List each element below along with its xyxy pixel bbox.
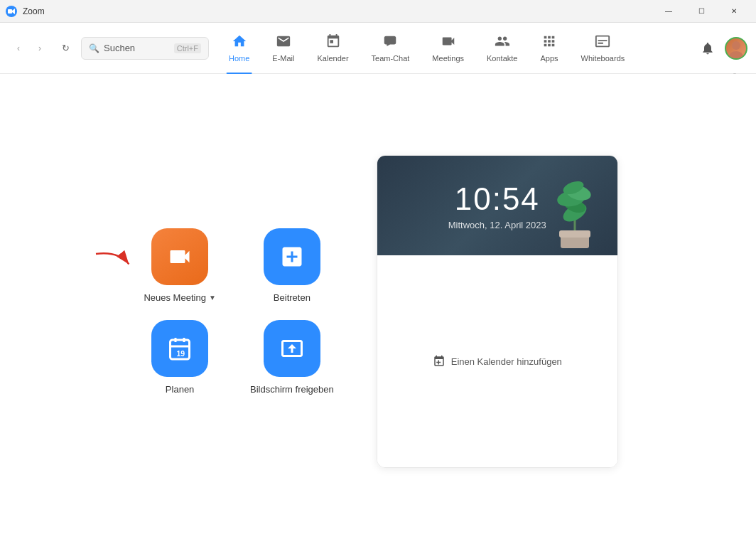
calendar-header: 10:54 Mittwoch, 12. April 2023 (377, 156, 617, 255)
dropdown-arrow-icon: ▼ (209, 294, 216, 302)
svg-point-3 (729, 51, 743, 58)
plan-button[interactable]: 19 (151, 320, 208, 377)
nav-item-calendar-label: Kalender (318, 54, 349, 63)
nav-item-whiteboards[interactable]: Whiteboards (570, 27, 637, 70)
nav-right (696, 37, 747, 60)
nav-items: Home E-Mail Kalender Team-Chat (217, 27, 693, 70)
app-icon (6, 6, 17, 17)
email-icon (276, 33, 291, 53)
meetings-icon (441, 33, 456, 53)
app-title: Zoom (23, 6, 45, 16)
nav-arrows: ‹ › (9, 38, 50, 58)
nav-item-meetings-label: Meetings (432, 54, 464, 63)
back-button[interactable]: ‹ (9, 38, 28, 58)
svg-rect-0 (8, 9, 12, 14)
share-screen-button[interactable] (264, 320, 320, 377)
add-calendar-button[interactable]: Einen Kalender hinzufügen (424, 349, 571, 373)
apps-icon (541, 33, 557, 53)
whiteboards-icon (595, 33, 610, 53)
nav-item-home[interactable]: Home (217, 27, 261, 70)
plan-label: Planen (166, 384, 194, 395)
nav-item-contacts[interactable]: Kontakte (475, 27, 529, 70)
svg-point-2 (732, 41, 740, 50)
clock-date: Mittwoch, 12. April 2023 (448, 220, 546, 230)
nav-item-home-label: Home (229, 54, 249, 63)
svg-marker-1 (12, 9, 15, 14)
join-label: Beitreten (274, 292, 310, 303)
nav-item-contacts-label: Kontakte (487, 54, 517, 63)
minimize-button[interactable]: — (652, 0, 685, 23)
avatar[interactable] (725, 37, 747, 60)
actions-grid: Neues Meeting ▼ Beitreten 19 Planen Bild… (138, 228, 334, 395)
teamchat-icon (382, 33, 398, 53)
close-button[interactable]: ✕ (718, 0, 750, 23)
search-bar[interactable]: 🔍 Suchen Ctrl+F (81, 37, 209, 60)
svg-text:19: 19 (177, 349, 185, 358)
svg-rect-8 (559, 230, 590, 238)
nav-item-whiteboards-label: Whiteboards (581, 54, 625, 63)
main-content: Neues Meeting ▼ Beitreten 19 Planen Bild… (0, 74, 756, 549)
add-calendar-text: Einen Kalender hinzufügen (451, 356, 562, 367)
calendar-nav-icon (325, 33, 341, 53)
search-icon: 🔍 (89, 43, 99, 53)
new-meeting-button[interactable] (151, 228, 208, 285)
window-controls: — ☐ ✕ (652, 0, 750, 23)
new-meeting-label: Neues Meeting ▼ (144, 292, 215, 303)
plan-item: 19 Planen (138, 320, 222, 395)
forward-button[interactable]: › (30, 38, 50, 58)
nav-bar: ‹ › ↻ 🔍 Suchen Ctrl+F Home E-Mail Kalend… (0, 23, 756, 74)
nav-item-email-label: E-Mail (272, 54, 294, 63)
calendar-widget: 10:54 Mittwoch, 12. April 2023 Einen Kal… (377, 155, 618, 468)
plant-decoration (532, 163, 617, 255)
join-item: Beitreten (250, 228, 334, 303)
notifications-button[interactable] (696, 37, 719, 60)
add-calendar-icon (433, 355, 446, 368)
new-meeting-item: Neues Meeting ▼ (138, 228, 222, 303)
search-shortcut: Ctrl+F (174, 43, 201, 53)
maximize-button[interactable]: ☐ (685, 0, 718, 23)
nav-item-teamchat[interactable]: Team-Chat (360, 27, 421, 70)
new-meeting-text: Neues Meeting (144, 292, 205, 303)
nav-item-calendar[interactable]: Kalender (306, 27, 360, 70)
home-icon (232, 33, 247, 53)
share-screen-item: Bildschirm freigeben (250, 320, 334, 395)
title-bar-left: Zoom (6, 6, 45, 17)
contacts-icon (495, 33, 510, 53)
arrow-indicator (88, 248, 138, 279)
search-text: Suchen (104, 43, 170, 53)
history-button[interactable]: ↻ (55, 38, 75, 58)
nav-item-apps-label: Apps (540, 54, 558, 63)
nav-item-email[interactable]: E-Mail (261, 27, 306, 70)
title-bar: Zoom — ☐ ✕ (0, 0, 756, 23)
clock-time: 10:54 (455, 181, 540, 217)
nav-item-meetings[interactable]: Meetings (421, 27, 475, 70)
share-screen-label: Bildschirm freigeben (250, 384, 334, 395)
calendar-body: Einen Kalender hinzufügen (377, 255, 617, 467)
nav-item-teamchat-label: Team-Chat (372, 54, 410, 63)
nav-item-apps[interactable]: Apps (529, 27, 569, 70)
join-button[interactable] (264, 228, 320, 285)
